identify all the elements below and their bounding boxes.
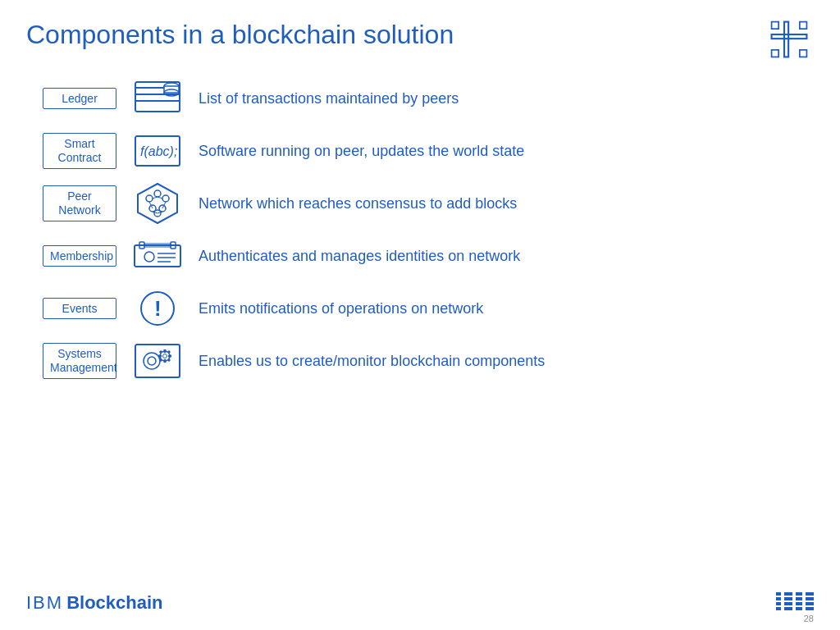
row-events: Events ! Emits notifications of operatio… bbox=[43, 286, 814, 331]
icon-ledger bbox=[133, 80, 182, 117]
svg-rect-9 bbox=[135, 100, 180, 102]
svg-rect-62 bbox=[796, 607, 802, 610]
svg-rect-59 bbox=[796, 592, 802, 596]
icon-membership bbox=[133, 237, 182, 275]
svg-line-23 bbox=[158, 197, 162, 199]
label-ledger: Ledger bbox=[43, 88, 116, 110]
label-membership: Membership bbox=[43, 245, 116, 267]
svg-line-22 bbox=[153, 197, 158, 199]
svg-rect-55 bbox=[784, 592, 792, 596]
svg-rect-43 bbox=[164, 349, 167, 353]
svg-rect-64 bbox=[806, 597, 814, 600]
svg-rect-61 bbox=[796, 602, 802, 605]
svg-rect-51 bbox=[776, 592, 781, 596]
desc-systems-management: Enables us to create/monitor blockchain … bbox=[199, 353, 814, 370]
svg-point-16 bbox=[154, 190, 161, 197]
label-events: Events bbox=[43, 298, 116, 320]
svg-rect-5 bbox=[800, 50, 807, 57]
svg-rect-65 bbox=[806, 602, 814, 605]
svg-rect-66 bbox=[806, 607, 814, 610]
desc-peer-network: Network which reaches consensus to add b… bbox=[199, 195, 814, 212]
svg-rect-57 bbox=[784, 602, 792, 605]
label-systems-management: SystemsManagement bbox=[43, 343, 116, 379]
ibm-cross-logo bbox=[765, 15, 814, 67]
desc-smart-contract: Software running on peer, updates the wo… bbox=[199, 143, 814, 160]
label-peer-network: PeerNetwork bbox=[43, 185, 116, 221]
svg-rect-8 bbox=[135, 94, 180, 95]
desc-ledger: List of transactions maintained by peers bbox=[199, 90, 814, 107]
desc-events: Emits notifications of operations on net… bbox=[199, 300, 814, 317]
svg-point-32 bbox=[144, 252, 154, 262]
bottom-branding: IBM Blockchain bbox=[26, 592, 163, 614]
svg-point-17 bbox=[146, 195, 153, 202]
svg-rect-56 bbox=[784, 597, 792, 600]
icon-systems-management bbox=[133, 342, 182, 380]
svg-text:!: ! bbox=[154, 296, 162, 321]
row-smart-contract: SmartContract f(abc); Software running o… bbox=[43, 129, 814, 173]
page-title: Components in a blockchain solution bbox=[26, 20, 814, 50]
icon-smart-contract: f(abc); bbox=[133, 132, 182, 170]
ibm-label: IBM bbox=[26, 592, 63, 614]
content-area: Ledger List of transactions maintained b… bbox=[43, 76, 814, 383]
svg-text:f(abc);: f(abc); bbox=[140, 144, 177, 158]
svg-rect-4 bbox=[772, 50, 779, 57]
svg-rect-54 bbox=[776, 607, 781, 610]
svg-rect-38 bbox=[135, 345, 180, 377]
svg-rect-63 bbox=[806, 592, 814, 596]
row-membership: Membership Authenti bbox=[43, 234, 814, 278]
svg-point-42 bbox=[163, 354, 167, 358]
row-ledger: Ledger List of transactions maintained b… bbox=[43, 76, 814, 121]
slide-page: Components in a blockchain solution Ledg… bbox=[0, 0, 840, 630]
icon-peer-network bbox=[133, 185, 182, 222]
label-smart-contract: SmartContract bbox=[43, 133, 116, 169]
svg-rect-58 bbox=[784, 607, 792, 610]
svg-point-40 bbox=[148, 357, 156, 365]
icon-events: ! bbox=[133, 290, 182, 327]
svg-rect-52 bbox=[776, 597, 781, 600]
desc-membership: Authenticates and manages identities on … bbox=[199, 248, 814, 265]
blockchain-label: Blockchain bbox=[66, 592, 162, 614]
page-number: 28 bbox=[804, 614, 814, 623]
svg-marker-15 bbox=[138, 184, 177, 223]
svg-rect-60 bbox=[796, 597, 802, 600]
svg-rect-3 bbox=[800, 22, 807, 30]
svg-rect-47 bbox=[159, 350, 162, 354]
svg-rect-50 bbox=[167, 358, 171, 362]
ibm-logo-bottom bbox=[776, 592, 814, 614]
svg-rect-2 bbox=[772, 22, 779, 30]
svg-rect-44 bbox=[164, 359, 167, 363]
svg-point-39 bbox=[144, 353, 160, 369]
svg-rect-48 bbox=[167, 350, 171, 354]
svg-rect-45 bbox=[158, 355, 162, 358]
svg-rect-53 bbox=[776, 602, 781, 605]
svg-point-18 bbox=[162, 195, 169, 202]
row-systems-management: SystemsManagement bbox=[43, 339, 814, 383]
svg-rect-46 bbox=[168, 355, 171, 358]
row-peer-network: PeerNetwork bbox=[43, 181, 814, 226]
